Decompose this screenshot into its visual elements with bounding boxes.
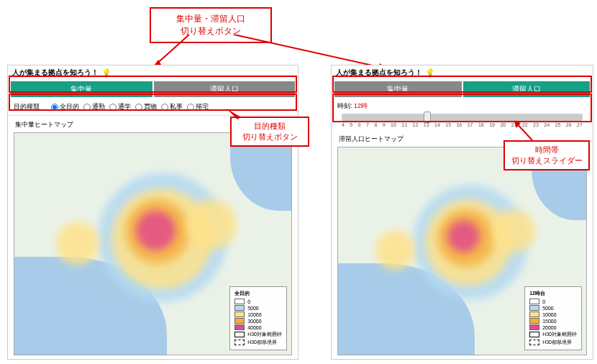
- time-slider[interactable]: [342, 114, 583, 121]
- map-right[interactable]: 12時台 0 5000 10000 15000 20000 H30対象範囲枠 H…: [337, 147, 587, 355]
- panel-right: 人が集まる拠点を知ろう！💡 集中量 滞留人口 時刻: 12時 456789101…: [331, 65, 593, 360]
- tabs-left: 集中量 滞留人口: [8, 80, 298, 99]
- legend-right: 12時台 0 5000 10000 15000 20000 H30対象範囲枠 H…: [524, 286, 582, 350]
- slider-ticks: 4567891011121314151617181920212223242526…: [337, 122, 587, 127]
- purpose-row: 目的種類 全目的 通勤 通学 買物 私事 帰宅: [8, 99, 298, 116]
- map-left[interactable]: 全目的 0 5000 10000 30000 40000 H30対象範囲枠 H3…: [14, 132, 292, 355]
- legend-left: 全目的 0 5000 10000 30000 40000 H30対象範囲枠 H3…: [229, 286, 287, 350]
- callout-slider: 時間帯 切り替えスライダー: [503, 140, 590, 170]
- panel-title-left: 人が集まる拠点を知ろう！💡: [8, 65, 298, 80]
- tabs-right: 集中量 滞留人口: [332, 80, 593, 99]
- panel-title-right: 人が集まる拠点を知ろう！💡: [332, 65, 593, 80]
- purpose-label: 目的種類: [14, 102, 40, 112]
- tab-population[interactable]: 滞留人口: [154, 81, 296, 97]
- radio-commute[interactable]: 通勤: [83, 102, 105, 112]
- tab-concentration[interactable]: 集中量: [11, 81, 152, 97]
- bulb-icon-r: 💡: [425, 68, 435, 78]
- svg-marker-2: [227, 109, 241, 119]
- radio-home[interactable]: 帰宅: [187, 102, 209, 112]
- tab-concentration-r[interactable]: 集中量: [334, 81, 462, 97]
- callout-slider-tail: [511, 119, 539, 144]
- time-row: 時刻: 12時 45678910111213141516171819202122…: [332, 99, 593, 130]
- panel-left: 人が集まる拠点を知ろう！💡 集中量 滞留人口 目的種類 全目的 通勤 通学 買物…: [7, 65, 298, 360]
- radio-school[interactable]: 通学: [109, 102, 131, 112]
- callout-purpose-tail: [223, 106, 245, 121]
- callout-purpose: 目的種類 切り替えボタン: [230, 117, 309, 147]
- radio-all[interactable]: 全目的: [51, 102, 79, 112]
- bulb-icon: 💡: [101, 68, 111, 78]
- tab-population-r[interactable]: 滞留人口: [463, 81, 591, 97]
- radio-private[interactable]: 私事: [161, 102, 183, 112]
- radio-shopping[interactable]: 買物: [135, 102, 157, 112]
